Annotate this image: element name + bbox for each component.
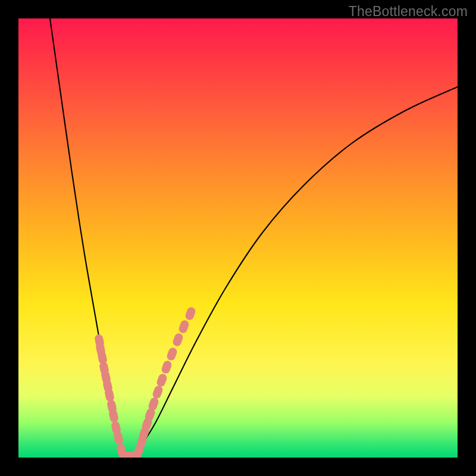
data-marker — [178, 319, 190, 334]
chart-svg — [18, 18, 458, 458]
chart-frame: TheBottleneck.com — [0, 0, 476, 476]
data-marker — [184, 306, 197, 321]
data-marker — [152, 384, 164, 399]
data-markers — [94, 306, 196, 458]
data-marker — [156, 372, 168, 387]
plot-area — [18, 18, 458, 458]
data-marker — [166, 346, 178, 361]
data-marker — [172, 332, 184, 347]
data-marker — [161, 359, 173, 374]
watermark-text: TheBottleneck.com — [349, 4, 468, 20]
